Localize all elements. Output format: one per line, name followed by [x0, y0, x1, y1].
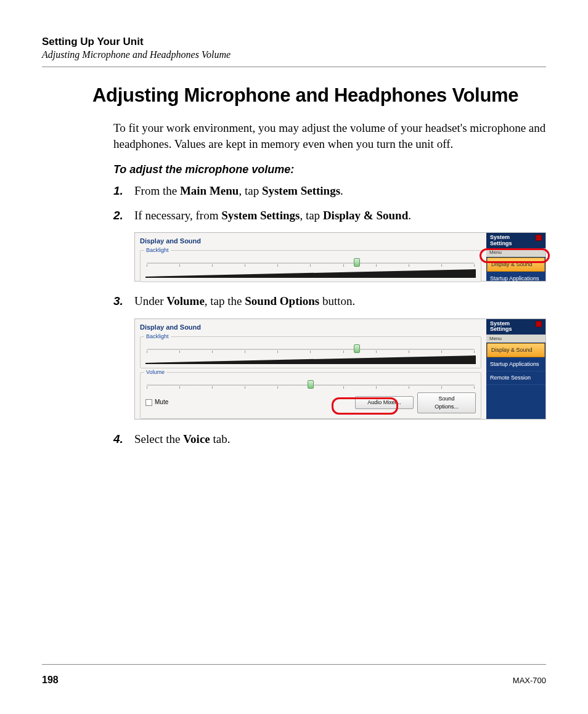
close-icon[interactable] [536, 235, 542, 241]
header-rule [42, 67, 546, 67]
sound-options-button[interactable]: Sound Options... [417, 392, 476, 413]
running-chapter: Setting Up Your Unit [42, 36, 546, 48]
step-3: 3. Under Volume, tap the Sound Options b… [113, 293, 546, 420]
screenshot-2: Display and Sound Backlight [134, 318, 546, 420]
mute-label: Mute [155, 398, 168, 407]
mute-checkbox[interactable]: Mute [145, 398, 168, 407]
screenshot-1: Display and Sound Backlight [134, 232, 546, 282]
running-section: Adjusting Microphone and Headphones Volu… [42, 49, 546, 60]
backlight-slider[interactable] [145, 259, 476, 267]
sidebar-title: System Settings [490, 235, 512, 246]
product-model: MAX-700 [513, 676, 546, 685]
step-2: 2. If necessary, from System Settings, t… [113, 207, 546, 282]
step-number: 3. [113, 293, 123, 310]
svg-marker-1 [145, 355, 476, 364]
sidebar: System Settings Menu Display & Sound Sta… [486, 233, 545, 281]
page-title: Adjusting Microphone and Headphones Volu… [92, 84, 546, 107]
sidebar-item-remote-session[interactable]: Remote Session [486, 371, 545, 385]
step-1: 1. From the Main Menu, tap System Settin… [113, 182, 546, 200]
brightness-wedge-icon [145, 269, 476, 278]
panel-title: Display and Sound [140, 323, 481, 333]
page-number: 198 [42, 675, 59, 686]
backlight-label: Backlight [144, 246, 171, 254]
sidebar-menu-label: Menu [486, 248, 545, 257]
sidebar-item-display-sound[interactable]: Display & Sound [487, 343, 545, 357]
sidebar-item-startup-apps[interactable]: Startup Applications [486, 358, 545, 371]
svg-marker-0 [145, 269, 476, 278]
step-number: 4. [113, 431, 123, 448]
step-number: 1. [113, 182, 123, 200]
close-icon[interactable] [536, 321, 542, 327]
footer-rule [42, 664, 546, 665]
backlight-slider[interactable] [145, 346, 476, 353]
sidebar: System Settings Menu Display & Sound Sta… [486, 319, 545, 419]
brightness-wedge-icon [145, 355, 476, 364]
procedure-subhead: To adjust the microphone volume: [113, 163, 546, 176]
sidebar-title: System Settings [490, 321, 512, 333]
sidebar-item-startup-apps[interactable]: Startup Applications [486, 272, 545, 286]
panel-title: Display and Sound [140, 237, 481, 246]
step-number: 2. [113, 207, 123, 224]
audio-mixer-button[interactable]: Audio Mixer... [355, 396, 414, 409]
sidebar-menu-label: Menu [486, 335, 545, 343]
volume-slider[interactable] [145, 381, 476, 389]
backlight-label: Backlight [144, 333, 171, 341]
volume-label: Volume [144, 368, 166, 376]
step-4: 4. Select the Voice tab. [113, 431, 546, 448]
sidebar-item-display-sound[interactable]: Display & Sound [487, 258, 545, 272]
intro-paragraph: To fit your work environment, you may ad… [113, 120, 546, 152]
